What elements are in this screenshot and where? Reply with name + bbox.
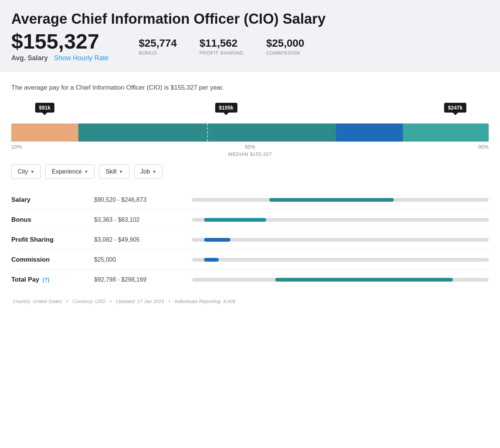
footer-updated: Updated: 17 Jan 2019 <box>116 299 164 304</box>
bonus-amount: $25,774 <box>139 37 177 49</box>
profit-sharing-stat: $11,562 PROFIT SHARING <box>200 37 244 56</box>
city-dropdown-arrow: ▼ <box>30 169 35 174</box>
profit-sharing-label: PROFIT SHARING <box>200 50 244 56</box>
avg-salary-group: $155,327 Avg. Salary Show Hourly Rate <box>11 31 108 62</box>
salary-bar-fill <box>269 198 394 202</box>
salary-bar <box>11 123 489 142</box>
main-content: The average pay for a Chief Information … <box>0 72 500 312</box>
bar-label-low: $91k <box>35 103 54 113</box>
profit-sharing-bar-fill <box>204 238 231 242</box>
bonus-stat: $25,774 BONUS <box>139 37 177 56</box>
median-label: MEDIAN $155,327 <box>11 151 489 157</box>
total-pay-row-comp: Total Pay (?) $92,798 - $298,169 <box>11 270 489 290</box>
bonus-label: BONUS <box>139 50 177 56</box>
bonus-bar-container <box>192 218 489 222</box>
show-hourly-rate-link[interactable]: Show Hourly Rate <box>54 54 108 62</box>
filter-row: City ▼ Experience ▼ Skill ▼ Job ▼ <box>11 165 489 179</box>
profit-sharing-bar-container <box>192 238 489 242</box>
bar-segment-mid <box>78 123 336 142</box>
job-filter-button[interactable]: Job ▼ <box>134 165 163 179</box>
experience-filter-label: Experience <box>52 168 82 175</box>
pct-high: 90% <box>478 144 489 150</box>
bar-dashed-line <box>207 123 208 142</box>
bar-segment-low <box>11 123 78 142</box>
footer-country: Country: United States <box>13 299 62 304</box>
total-pay-bar-fill <box>275 278 453 282</box>
skill-dropdown-arrow: ▼ <box>119 169 123 174</box>
commission-bar-container <box>192 258 489 262</box>
commission-label: COMMISSION <box>266 50 304 56</box>
footer-separator-3: • <box>168 299 171 304</box>
commission-comp-name: Commission <box>11 256 94 264</box>
bonus-bar-track <box>192 218 489 222</box>
avg-salary-amount: $155,327 <box>11 31 108 52</box>
bar-labels-top: $91k $155k $247k <box>11 103 489 123</box>
avg-salary-label: Avg. Salary <box>11 54 48 62</box>
profit-sharing-comp-range: $3,082 - $49,905 <box>94 236 192 243</box>
experience-filter-button[interactable]: Experience ▼ <box>45 165 95 179</box>
bar-segment-teal <box>403 123 489 142</box>
salary-bar-chart: $91k $155k $247k 10% 50% 90% MEDIAN $155… <box>11 103 489 157</box>
skill-filter-button[interactable]: Skill ▼ <box>99 165 129 179</box>
salary-comp-name: Salary <box>11 196 94 204</box>
commission-bar-fill <box>204 258 219 262</box>
footer-currency: Currency: USD <box>73 299 105 304</box>
total-pay-comp-range: $92,798 - $298,169 <box>94 276 192 283</box>
experience-dropdown-arrow: ▼ <box>84 169 88 174</box>
footer-separator-2: • <box>110 299 113 304</box>
bar-segment-high <box>336 123 403 142</box>
profit-sharing-amount: $11,562 <box>200 37 244 49</box>
commission-bar-track <box>192 258 489 262</box>
profit-sharing-row-comp: Profit Sharing $3,082 - $49,905 <box>11 230 489 250</box>
profit-sharing-comp-name: Profit Sharing <box>11 236 94 244</box>
salary-bar-track <box>192 198 489 202</box>
commission-comp-range: $25,000 <box>94 256 192 263</box>
city-filter-label: City <box>18 168 28 175</box>
commission-stat: $25,000 COMMISSION <box>266 37 304 56</box>
job-dropdown-arrow: ▼ <box>152 169 156 174</box>
description-text: The average pay for a Chief Information … <box>11 83 489 93</box>
city-filter-button[interactable]: City ▼ <box>11 165 41 179</box>
bar-label-mid: $155k <box>215 103 237 113</box>
pct-low: 10% <box>11 144 22 150</box>
commission-amount: $25,000 <box>266 37 304 49</box>
bonus-comp-range: $3,363 - $83,102 <box>94 216 192 223</box>
avg-salary-label-group: Avg. Salary Show Hourly Rate <box>11 54 108 62</box>
pct-mid: 50% <box>245 144 255 150</box>
footer-individuals: Individuals Reporting: 4,008 <box>175 299 235 304</box>
bonus-row-comp: Bonus $3,363 - $83,102 <box>11 210 489 230</box>
profit-sharing-bar-track <box>192 238 489 242</box>
page-title: Average Chief Information Officer (CIO) … <box>11 11 489 28</box>
header-section: Average Chief Information Officer (CIO) … <box>0 0 500 72</box>
bar-percentages: 10% 50% 90% <box>11 144 489 150</box>
salary-bar-container <box>192 198 489 202</box>
salary-row-comp: Salary $90,520 - $246,873 <box>11 190 489 210</box>
skill-filter-label: Skill <box>105 168 116 175</box>
total-pay-bar-container <box>192 278 489 282</box>
bonus-bar-fill <box>204 218 266 222</box>
extra-stats: $25,774 BONUS $11,562 PROFIT SHARING $25… <box>139 37 304 56</box>
bar-label-high: $247k <box>444 103 466 113</box>
compensation-list: Salary $90,520 - $246,873 Bonus $3,363 -… <box>11 190 489 290</box>
total-pay-question-mark[interactable]: (?) <box>43 277 49 283</box>
footer-meta: Country: United States • Currency: USD •… <box>11 299 489 304</box>
salary-row: $155,327 Avg. Salary Show Hourly Rate $2… <box>11 31 489 62</box>
total-pay-bar-track <box>192 278 489 282</box>
total-pay-comp-name: Total Pay (?) <box>11 276 94 283</box>
bonus-comp-name: Bonus <box>11 216 94 224</box>
job-filter-label: Job <box>140 168 150 175</box>
footer-separator-1: • <box>66 299 69 304</box>
salary-comp-range: $90,520 - $246,873 <box>94 197 192 203</box>
commission-row-comp: Commission $25,000 <box>11 250 489 270</box>
